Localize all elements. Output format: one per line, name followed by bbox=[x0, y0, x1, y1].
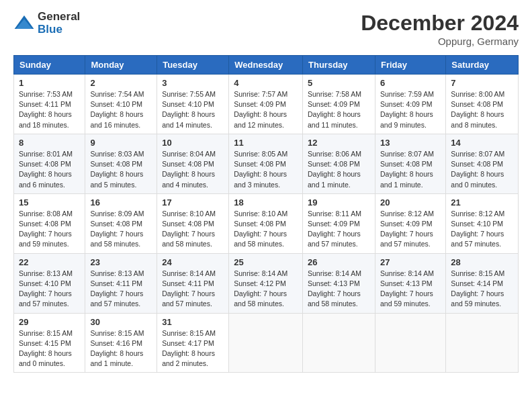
calendar-cell: 28Sunrise: 8:15 AMSunset: 4:14 PMDayligh… bbox=[446, 253, 519, 313]
sunrise-label: Sunrise: 8:12 AM bbox=[451, 210, 504, 218]
day-info: Sunrise: 8:07 AMSunset: 4:08 PMDaylight:… bbox=[451, 149, 513, 190]
day-info: Sunrise: 8:13 AMSunset: 4:10 PMDaylight:… bbox=[19, 269, 80, 310]
daylight-label: Daylight: 7 hours and 57 minutes. bbox=[308, 230, 361, 248]
daylight-label: Daylight: 7 hours and 57 minutes. bbox=[451, 230, 504, 248]
calendar-cell: 10Sunrise: 8:04 AMSunset: 4:08 PMDayligh… bbox=[157, 134, 229, 193]
sunset-label: Sunset: 4:15 PM bbox=[19, 339, 71, 347]
sunrise-label: Sunrise: 8:09 AM bbox=[90, 210, 144, 218]
sunrise-label: Sunrise: 8:13 AM bbox=[90, 269, 144, 277]
day-number: 4 bbox=[234, 78, 298, 88]
sunrise-label: Sunrise: 7:58 AM bbox=[308, 90, 361, 98]
sunset-label: Sunset: 4:08 PM bbox=[234, 160, 286, 168]
sunset-label: Sunset: 4:09 PM bbox=[308, 220, 360, 228]
sunrise-label: Sunrise: 8:04 AM bbox=[162, 150, 216, 158]
sunset-label: Sunset: 4:08 PM bbox=[162, 160, 214, 168]
calendar-cell: 11Sunrise: 8:05 AMSunset: 4:08 PMDayligh… bbox=[229, 134, 303, 193]
day-info: Sunrise: 8:12 AMSunset: 4:10 PMDaylight:… bbox=[451, 209, 513, 250]
sunset-label: Sunset: 4:08 PM bbox=[19, 220, 71, 228]
sunset-label: Sunset: 4:08 PM bbox=[451, 160, 503, 168]
day-info: Sunrise: 8:01 AMSunset: 4:08 PMDaylight:… bbox=[19, 149, 80, 190]
sunset-label: Sunset: 4:09 PM bbox=[308, 100, 360, 108]
daylight-label: Daylight: 8 hours and 18 minutes. bbox=[19, 110, 72, 128]
calendar-cell: 24Sunrise: 8:14 AMSunset: 4:11 PMDayligh… bbox=[157, 253, 229, 313]
sunrise-label: Sunrise: 7:55 AM bbox=[162, 90, 216, 98]
sunset-label: Sunset: 4:08 PM bbox=[90, 160, 142, 168]
sunset-label: Sunset: 4:12 PM bbox=[234, 279, 286, 287]
month-title: December 2024 bbox=[361, 11, 519, 36]
day-info: Sunrise: 8:14 AMSunset: 4:12 PMDaylight:… bbox=[234, 269, 298, 310]
day-header-thursday: Thursday bbox=[303, 56, 375, 75]
daylight-label: Daylight: 8 hours and 14 minutes. bbox=[162, 110, 215, 128]
day-info: Sunrise: 8:10 AMSunset: 4:08 PMDaylight:… bbox=[162, 209, 224, 250]
location: Oppurg, Germany bbox=[361, 36, 519, 47]
sunrise-label: Sunrise: 8:15 AM bbox=[162, 329, 216, 337]
day-info: Sunrise: 8:10 AMSunset: 4:08 PMDaylight:… bbox=[234, 209, 298, 250]
day-info: Sunrise: 8:15 AMSunset: 4:17 PMDaylight:… bbox=[162, 328, 224, 369]
calendar-week-2: 8Sunrise: 8:01 AMSunset: 4:08 PMDaylight… bbox=[14, 134, 519, 193]
calendar-cell: 12Sunrise: 8:06 AMSunset: 4:08 PMDayligh… bbox=[303, 134, 375, 193]
logo-blue: Blue bbox=[38, 24, 80, 36]
sunset-label: Sunset: 4:08 PM bbox=[308, 160, 360, 168]
sunrise-label: Sunrise: 8:06 AM bbox=[308, 150, 361, 158]
day-info: Sunrise: 8:06 AMSunset: 4:08 PMDaylight:… bbox=[308, 149, 370, 190]
day-info: Sunrise: 7:58 AMSunset: 4:09 PMDaylight:… bbox=[308, 89, 370, 130]
sunset-label: Sunset: 4:10 PM bbox=[19, 279, 71, 287]
daylight-label: Daylight: 7 hours and 58 minutes. bbox=[234, 289, 287, 308]
calendar-cell: 23Sunrise: 8:13 AMSunset: 4:11 PMDayligh… bbox=[85, 253, 157, 313]
calendar-cell: 14Sunrise: 8:07 AMSunset: 4:08 PMDayligh… bbox=[446, 134, 519, 193]
sunrise-label: Sunrise: 8:00 AM bbox=[451, 90, 504, 98]
day-number: 5 bbox=[308, 78, 370, 88]
sunset-label: Sunset: 4:08 PM bbox=[380, 160, 433, 168]
day-number: 8 bbox=[19, 138, 80, 148]
day-number: 20 bbox=[380, 197, 441, 208]
calendar-cell: 26Sunrise: 8:14 AMSunset: 4:13 PMDayligh… bbox=[303, 253, 375, 313]
sunrise-label: Sunrise: 8:01 AM bbox=[19, 150, 73, 158]
calendar-table: SundayMondayTuesdayWednesdayThursdayFrid… bbox=[13, 55, 519, 373]
daylight-label: Daylight: 8 hours and 16 minutes. bbox=[90, 110, 143, 128]
day-info: Sunrise: 8:08 AMSunset: 4:08 PMDaylight:… bbox=[19, 209, 80, 250]
sunrise-label: Sunrise: 8:08 AM bbox=[19, 210, 73, 218]
daylight-label: Daylight: 8 hours and 3 minutes. bbox=[234, 170, 287, 188]
day-number: 2 bbox=[90, 78, 152, 88]
sunset-label: Sunset: 4:10 PM bbox=[451, 220, 503, 228]
day-number: 28 bbox=[451, 257, 513, 267]
daylight-label: Daylight: 8 hours and 8 minutes. bbox=[451, 110, 504, 128]
day-header-sunday: Sunday bbox=[14, 56, 85, 75]
daylight-label: Daylight: 8 hours and 5 minutes. bbox=[90, 170, 143, 188]
day-info: Sunrise: 8:05 AMSunset: 4:08 PMDaylight:… bbox=[234, 149, 298, 190]
day-info: Sunrise: 7:55 AMSunset: 4:10 PMDaylight:… bbox=[162, 89, 224, 130]
day-header-friday: Friday bbox=[375, 56, 445, 75]
calendar-cell: 1Sunrise: 7:53 AMSunset: 4:11 PMDaylight… bbox=[14, 75, 85, 134]
day-info: Sunrise: 7:57 AMSunset: 4:09 PMDaylight:… bbox=[234, 89, 298, 130]
day-number: 18 bbox=[234, 197, 298, 208]
daylight-label: Daylight: 8 hours and 11 minutes. bbox=[308, 110, 361, 128]
day-number: 27 bbox=[380, 257, 441, 267]
calendar-week-5: 29Sunrise: 8:15 AMSunset: 4:15 PMDayligh… bbox=[14, 313, 519, 373]
day-info: Sunrise: 8:15 AMSunset: 4:16 PMDaylight:… bbox=[90, 328, 152, 369]
day-number: 29 bbox=[19, 317, 80, 327]
sunrise-label: Sunrise: 7:57 AM bbox=[234, 90, 287, 98]
day-info: Sunrise: 8:07 AMSunset: 4:08 PMDaylight:… bbox=[380, 149, 441, 190]
sunrise-label: Sunrise: 8:14 AM bbox=[308, 269, 361, 277]
day-number: 10 bbox=[162, 138, 224, 148]
day-number: 12 bbox=[308, 138, 370, 148]
title-block: December 2024 Oppurg, Germany bbox=[361, 11, 519, 47]
day-number: 31 bbox=[162, 317, 224, 327]
day-info: Sunrise: 8:15 AMSunset: 4:14 PMDaylight:… bbox=[451, 269, 513, 310]
day-number: 30 bbox=[90, 317, 152, 327]
day-number: 6 bbox=[380, 78, 441, 88]
calendar-cell bbox=[446, 313, 519, 373]
sunset-label: Sunset: 4:08 PM bbox=[162, 220, 214, 228]
daylight-label: Daylight: 7 hours and 59 minutes. bbox=[451, 289, 504, 308]
calendar-cell: 9Sunrise: 8:03 AMSunset: 4:08 PMDaylight… bbox=[85, 134, 157, 193]
day-info: Sunrise: 8:14 AMSunset: 4:13 PMDaylight:… bbox=[380, 269, 441, 310]
sunrise-label: Sunrise: 8:03 AM bbox=[90, 150, 144, 158]
day-number: 25 bbox=[234, 257, 298, 267]
logo-general: General bbox=[38, 11, 80, 24]
calendar-cell: 15Sunrise: 8:08 AMSunset: 4:08 PMDayligh… bbox=[14, 193, 85, 253]
daylight-label: Daylight: 8 hours and 2 minutes. bbox=[162, 349, 215, 367]
calendar-cell bbox=[229, 313, 303, 373]
calendar-cell: 22Sunrise: 8:13 AMSunset: 4:10 PMDayligh… bbox=[14, 253, 85, 313]
calendar-cell: 29Sunrise: 8:15 AMSunset: 4:15 PMDayligh… bbox=[14, 313, 85, 373]
calendar-cell: 2Sunrise: 7:54 AMSunset: 4:10 PMDaylight… bbox=[85, 75, 157, 134]
